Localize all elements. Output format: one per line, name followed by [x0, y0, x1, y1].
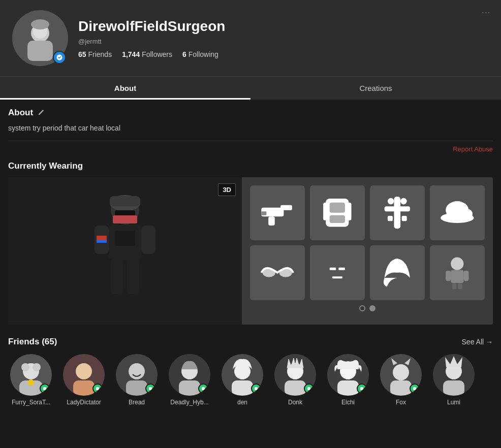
profile-stats: 65 Friends 1,744 Followers 6 Following	[78, 50, 225, 58]
svg-rect-22	[262, 211, 267, 215]
svg-rect-66	[202, 387, 205, 390]
friend-avatar-donk	[274, 354, 316, 396]
friends-stat[interactable]: 65 Friends	[78, 50, 112, 58]
profile-header: ··· DirewolfFieldSurgeon @jermtt	[0, 0, 501, 76]
svg-rect-46	[452, 283, 457, 290]
friend-name-2: LadyDictator	[67, 399, 101, 406]
friend-name-9: Lumi	[447, 399, 460, 406]
item-card-vest[interactable]	[310, 185, 365, 240]
tabs-bar: About Creations	[0, 76, 501, 100]
svg-point-51	[21, 363, 29, 371]
item-card-sunglasses[interactable]	[250, 245, 305, 300]
svg-rect-44	[446, 271, 451, 281]
svg-rect-33	[402, 216, 407, 221]
svg-point-36	[462, 209, 473, 219]
wearing-items-panel	[242, 177, 493, 325]
svg-rect-82	[413, 387, 416, 390]
svg-rect-78	[360, 387, 363, 390]
edit-about-icon[interactable]	[37, 109, 44, 116]
svg-rect-40	[339, 268, 346, 270]
svg-rect-77	[337, 380, 359, 396]
currently-wearing-title: Currently Wearing	[8, 161, 493, 171]
item-card-gun[interactable]	[250, 185, 305, 240]
about-title: About	[8, 108, 33, 118]
followers-stat[interactable]: 1,744 Followers	[122, 50, 172, 58]
svg-rect-73	[285, 380, 306, 396]
about-section: About system try period that car heat lo…	[8, 108, 493, 153]
svg-rect-18	[97, 240, 107, 243]
friend-item-ladydictator[interactable]: LadyDictator	[61, 354, 107, 406]
item-card-hat[interactable]	[430, 185, 485, 240]
svg-rect-57	[73, 380, 95, 396]
friend-item-deadly-hyb[interactable]: Deadly_Hyb...	[167, 354, 212, 406]
profile-username: DirewolfFieldSurgeon	[78, 18, 225, 35]
carousel-dot-1[interactable]	[359, 305, 365, 311]
friend-name-1: Furry_SoraT...	[12, 399, 50, 406]
svg-point-52	[33, 363, 41, 371]
following-stat[interactable]: 6 Following	[182, 50, 218, 58]
friend-name-7: Eichi	[341, 399, 355, 406]
svg-point-31	[400, 198, 407, 205]
wearing-3d-view: 3D	[8, 177, 242, 325]
svg-rect-47	[458, 283, 462, 290]
friend-item-lumi[interactable]: Lumi	[431, 354, 477, 406]
main-content: About system try period that car heat lo…	[0, 100, 501, 414]
report-abuse-button[interactable]: Report Abuse	[8, 145, 493, 153]
friends-list: Furry_SoraT... LadyDictator	[8, 354, 493, 406]
svg-rect-65	[179, 380, 200, 396]
svg-rect-62	[149, 387, 152, 390]
svg-rect-14	[127, 259, 139, 294]
about-divider	[8, 141, 493, 141]
item-card-hair[interactable]	[370, 245, 425, 300]
svg-rect-20	[280, 205, 292, 210]
svg-point-30	[388, 198, 394, 205]
carousel-dot-2[interactable]	[369, 305, 375, 311]
friend-item-den[interactable]: den	[220, 354, 265, 406]
svg-point-80	[393, 364, 409, 380]
friend-online-badge-7	[357, 383, 367, 394]
about-text: system try period that car heat local	[8, 123, 493, 134]
friend-item-eichi[interactable]: Eichi	[325, 354, 371, 406]
svg-rect-24	[330, 203, 345, 213]
tab-about[interactable]: About	[0, 77, 251, 100]
item-card-face[interactable]	[310, 245, 365, 300]
friend-online-badge-2	[92, 383, 103, 394]
svg-rect-29	[385, 206, 410, 211]
currently-wearing-container: 3D	[8, 177, 493, 325]
svg-point-56	[76, 363, 92, 379]
tab-creations[interactable]: Creations	[251, 77, 501, 100]
svg-rect-81	[390, 380, 412, 396]
friend-avatar-den	[222, 354, 263, 396]
friend-name-5: den	[237, 399, 247, 406]
friend-item-furry-sorat[interactable]: Furry_SoraT...	[8, 354, 54, 406]
friend-online-badge-8	[410, 383, 420, 394]
about-heading: About	[8, 108, 493, 118]
svg-rect-25	[330, 215, 345, 223]
svg-rect-61	[126, 380, 147, 396]
dots-menu[interactable]: ···	[482, 8, 491, 16]
svg-rect-70	[255, 387, 258, 390]
friend-online-badge-3	[145, 383, 155, 394]
svg-rect-74	[307, 387, 310, 390]
svg-point-4	[31, 19, 49, 29]
friend-name-3: Bread	[129, 399, 145, 406]
friend-name-6: Donk	[288, 399, 302, 406]
item-card-tool[interactable]	[370, 185, 425, 240]
friend-item-fox[interactable]: Fox	[378, 354, 424, 406]
character-3d-render	[74, 185, 176, 317]
friend-online-badge-4	[198, 383, 208, 394]
svg-rect-45	[464, 271, 469, 281]
friends-title: Friends (65)	[8, 337, 57, 347]
friend-item-bread[interactable]: Bread	[114, 354, 160, 406]
item-card-body[interactable]	[430, 245, 485, 300]
profile-handle: @jermtt	[78, 38, 225, 45]
carousel-dots	[250, 305, 485, 311]
svg-rect-58	[96, 387, 99, 390]
badge-3d[interactable]: 3D	[218, 183, 236, 196]
svg-rect-21	[268, 217, 275, 226]
friend-name-8: Fox	[396, 399, 406, 406]
svg-rect-15	[115, 231, 135, 246]
see-all-friends-link[interactable]: See All →	[462, 338, 493, 346]
svg-rect-28	[394, 197, 401, 229]
friend-item-donk[interactable]: Donk	[272, 354, 318, 406]
